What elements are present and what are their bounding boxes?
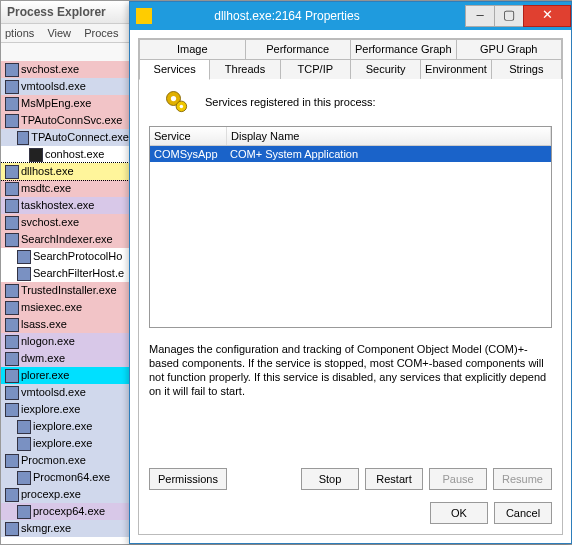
cell-service: COMSysApp — [150, 146, 226, 162]
close-button[interactable]: ✕ — [523, 5, 571, 27]
tab-image[interactable]: Image — [139, 39, 246, 59]
process-row[interactable]: procexp64.exe — [1, 503, 129, 520]
process-label: SearchIndexer.exe — [21, 231, 113, 248]
col-display-name[interactable]: Display Name — [227, 127, 551, 145]
process-icon — [5, 386, 19, 400]
maximize-button[interactable]: ▢ — [494, 5, 524, 27]
svg-point-1 — [171, 96, 176, 101]
process-label: procexp.exe — [21, 486, 81, 503]
menu-view[interactable]: View — [47, 27, 71, 39]
process-row[interactable]: lsass.exe — [1, 316, 129, 333]
services-list[interactable]: Service Display Name COMSysAppCOM+ Syste… — [149, 126, 552, 328]
process-row[interactable]: MsMpEng.exe — [1, 95, 129, 112]
process-label: TPAutoConnect.exe — [31, 129, 129, 146]
stop-button[interactable]: Stop — [301, 468, 359, 490]
tab-performance[interactable]: Performance — [245, 39, 352, 59]
tab-services[interactable]: Services — [139, 59, 210, 80]
process-label: msiexec.exe — [21, 299, 82, 316]
process-row[interactable]: svchost.exe — [1, 61, 129, 78]
process-row[interactable]: SearchIndexer.exe — [1, 231, 129, 248]
process-label: SearchProtocolHo — [33, 248, 122, 265]
process-icon — [5, 335, 19, 349]
process-icon — [5, 80, 19, 94]
process-row[interactable]: conhost.exe — [1, 146, 129, 163]
process-label: iexplore.exe — [33, 435, 92, 452]
tab-tcp/ip[interactable]: TCP/IP — [280, 59, 351, 79]
ok-button[interactable]: OK — [430, 502, 488, 524]
tab-gpu-graph[interactable]: GPU Graph — [456, 39, 563, 59]
process-label: msdtc.exe — [21, 180, 71, 197]
process-icon — [17, 131, 29, 145]
menu-options[interactable]: ptions — [5, 27, 34, 39]
process-row[interactable]: SearchFilterHost.e — [1, 265, 129, 282]
process-row[interactable]: nlogon.exe — [1, 333, 129, 350]
restart-button[interactable]: Restart — [365, 468, 423, 490]
process-label: SearchFilterHost.e — [33, 265, 124, 282]
process-row[interactable]: Procmon.exe — [1, 452, 129, 469]
process-label: TPAutoConnSvc.exe — [21, 112, 122, 129]
process-label: vmtoolsd.exe — [21, 384, 86, 401]
process-icon — [5, 199, 19, 213]
process-row[interactable]: vmtoolsd.exe — [1, 384, 129, 401]
services-header: Services registered in this process: — [205, 96, 376, 108]
list-header[interactable]: Service Display Name — [150, 127, 551, 146]
menu-process[interactable]: Proces — [84, 27, 118, 39]
process-icon — [29, 148, 43, 162]
process-label: Procmon.exe — [21, 452, 86, 469]
process-label: Procmon64.exe — [33, 469, 110, 486]
gear-icon — [163, 88, 191, 116]
process-row[interactable]: msiexec.exe — [1, 299, 129, 316]
process-row[interactable]: TPAutoConnSvc.exe — [1, 112, 129, 129]
process-label: svchost.exe — [21, 214, 79, 231]
process-icon — [5, 284, 19, 298]
tab-environment[interactable]: Environment — [420, 59, 491, 79]
service-description: Manages the configuration and tracking o… — [149, 342, 552, 398]
process-icon — [5, 182, 19, 196]
col-service[interactable]: Service — [150, 127, 227, 145]
process-row[interactable]: dwm.exe — [1, 350, 129, 367]
process-icon — [5, 522, 19, 536]
process-label: conhost.exe — [45, 146, 104, 163]
process-tree[interactable]: svchost.exevmtoolsd.exeMsMpEng.exeTPAuto… — [1, 61, 130, 544]
process-row[interactable]: taskhostex.exe — [1, 197, 129, 214]
services-tab-pane: Services registered in this process: Ser… — [139, 78, 562, 534]
process-row[interactable]: iexplore.exe — [1, 418, 129, 435]
process-icon — [5, 63, 19, 77]
tab-strings[interactable]: Strings — [491, 59, 562, 79]
process-row[interactable]: svchost.exe — [1, 214, 129, 231]
process-row[interactable]: skmgr.exe — [1, 520, 129, 537]
tab-threads[interactable]: Threads — [209, 59, 280, 79]
process-row[interactable]: msdtc.exe — [1, 180, 129, 197]
process-row[interactable]: plorer.exe — [1, 367, 129, 384]
process-label: MsMpEng.exe — [21, 95, 91, 112]
tab-security[interactable]: Security — [350, 59, 421, 79]
minimize-button[interactable]: – — [465, 5, 495, 27]
resume-button: Resume — [493, 468, 552, 490]
tab-row-2: ServicesThreadsTCP/IPSecurityEnvironment… — [139, 59, 562, 79]
process-row[interactable]: TPAutoConnect.exe — [1, 129, 129, 146]
process-icon — [5, 369, 19, 383]
process-label: iexplore.exe — [33, 418, 92, 435]
process-row[interactable]: Procmon64.exe — [1, 469, 129, 486]
process-icon — [5, 114, 19, 128]
svg-point-3 — [180, 105, 184, 109]
process-icon — [5, 301, 19, 315]
dialog-titlebar[interactable]: dllhost.exe:2164 Properties – ▢ ✕ — [130, 2, 571, 30]
process-label: taskhostex.exe — [21, 197, 94, 214]
properties-dialog: dllhost.exe:2164 Properties – ▢ ✕ ImageP… — [129, 1, 572, 544]
tab-performance-graph[interactable]: Performance Graph — [350, 39, 457, 59]
process-icon — [5, 352, 19, 366]
process-row[interactable]: TrustedInstaller.exe — [1, 282, 129, 299]
process-row[interactable]: dllhost.exe — [1, 163, 129, 180]
process-row[interactable]: procexp.exe — [1, 486, 129, 503]
process-label: iexplore.exe — [21, 401, 80, 418]
process-row[interactable]: iexplore.exe — [1, 435, 129, 452]
permissions-button[interactable]: Permissions — [149, 468, 227, 490]
process-row[interactable]: vmtoolsd.exe — [1, 78, 129, 95]
process-label: plorer.exe — [21, 367, 69, 384]
process-row[interactable]: SearchProtocolHo — [1, 248, 129, 265]
cancel-button[interactable]: Cancel — [494, 502, 552, 524]
service-row[interactable]: COMSysAppCOM+ System Application — [150, 146, 551, 162]
process-row[interactable]: iexplore.exe — [1, 401, 129, 418]
process-icon — [17, 267, 31, 281]
